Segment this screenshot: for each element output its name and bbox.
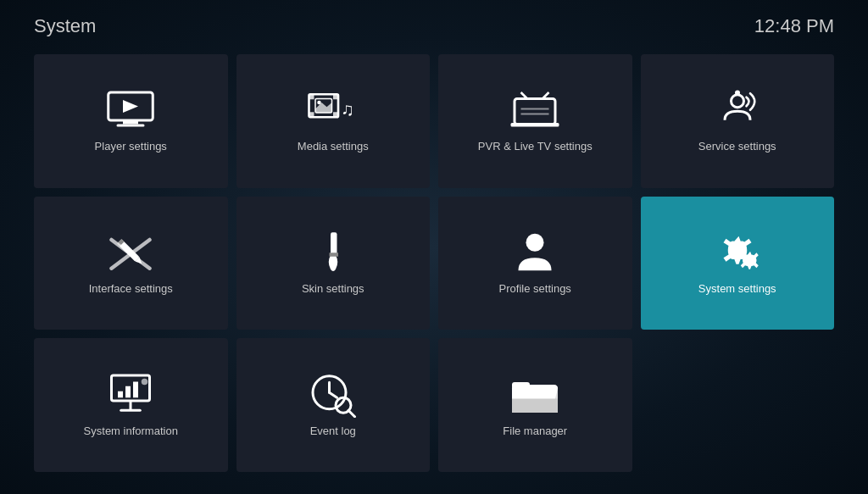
tile-event-log[interactable]: Event log	[236, 338, 431, 472]
tile-pvr-settings[interactable]: PVR & Live TV settings	[438, 54, 632, 188]
svg-point-37	[142, 379, 148, 386]
file-manager-label: File manager	[503, 425, 567, 437]
service-settings-icon	[712, 89, 763, 131]
tile-system-settings[interactable]: System settings	[641, 197, 835, 330]
event-log-label: Event log	[310, 425, 356, 437]
svg-text:♫: ♫	[341, 99, 354, 119]
system-settings-label: System settings	[698, 282, 776, 295]
page-title: System	[34, 15, 96, 37]
svg-marker-11	[315, 103, 332, 113]
tile-service-settings[interactable]: Service settings	[641, 54, 835, 188]
settings-grid: Player settings ♫ Media settings	[0, 46, 868, 489]
tile-media-settings[interactable]: ♫ Media settings	[236, 54, 431, 188]
skin-settings-label: Skin settings	[302, 282, 364, 295]
tile-interface-settings[interactable]: Interface settings	[34, 197, 228, 330]
header: System 12:48 PM	[0, 0, 868, 46]
svg-rect-36	[133, 382, 138, 398]
tile-system-information[interactable]: System information	[34, 338, 228, 472]
pvr-settings-label: PVR & Live TV settings	[478, 140, 593, 153]
svg-line-42	[348, 410, 355, 417]
service-settings-label: Service settings	[698, 140, 776, 153]
svg-rect-26	[331, 233, 337, 256]
player-settings-icon	[105, 89, 156, 131]
skin-settings-icon	[308, 231, 359, 274]
svg-rect-13	[515, 99, 555, 125]
system-settings-icon	[712, 231, 763, 274]
svg-line-40	[329, 392, 337, 397]
system-information-icon	[105, 374, 156, 416]
pvr-settings-icon	[509, 89, 560, 131]
player-settings-label: Player settings	[95, 140, 167, 153]
clock: 12:48 PM	[754, 15, 834, 37]
svg-marker-3	[123, 100, 138, 113]
svg-rect-7	[333, 95, 338, 100]
media-settings-icon: ♫	[308, 89, 359, 131]
event-log-icon	[308, 374, 359, 416]
tile-profile-settings[interactable]: Profile settings	[438, 197, 632, 330]
interface-settings-icon	[105, 231, 156, 274]
system-information-label: System information	[84, 425, 178, 437]
interface-settings-label: Interface settings	[89, 282, 173, 295]
svg-point-20	[735, 90, 740, 95]
svg-rect-34	[118, 391, 123, 398]
media-settings-label: Media settings	[298, 140, 369, 153]
svg-point-19	[731, 95, 743, 108]
tile-player-settings[interactable]: Player settings	[34, 54, 228, 188]
file-manager-icon	[509, 374, 560, 416]
svg-point-28	[526, 234, 544, 252]
svg-rect-35	[125, 386, 131, 398]
svg-rect-14	[511, 123, 559, 127]
empty-cell	[641, 338, 835, 472]
svg-rect-27	[329, 253, 338, 258]
svg-rect-8	[333, 113, 338, 118]
profile-settings-icon	[509, 231, 560, 274]
svg-rect-1	[123, 120, 138, 125]
profile-settings-label: Profile settings	[499, 282, 571, 295]
tile-file-manager[interactable]: File manager	[438, 338, 632, 472]
svg-rect-5	[309, 95, 314, 100]
svg-rect-6	[309, 113, 314, 118]
tile-skin-settings[interactable]: Skin settings	[236, 197, 431, 330]
svg-rect-45	[512, 398, 558, 413]
svg-rect-2	[117, 125, 145, 127]
